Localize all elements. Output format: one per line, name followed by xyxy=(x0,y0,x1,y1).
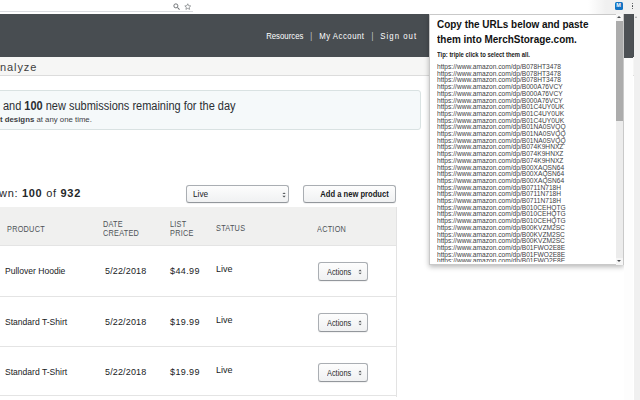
triangle-up xyxy=(359,320,362,322)
page-scroll-up-icon xyxy=(635,16,637,18)
dot xyxy=(632,8,634,10)
status-filter-select[interactable]: Live xyxy=(186,185,289,203)
notice-text-fragment: and xyxy=(3,99,24,113)
select-arrows-icon xyxy=(282,192,286,197)
cell-product: Standard T-Shirt xyxy=(5,317,67,327)
actions-label: Actions xyxy=(327,267,351,277)
popup-scrollbar-thumb[interactable] xyxy=(616,21,623,121)
window-scrollbar-track[interactable] xyxy=(624,13,633,400)
cell-price: $44.99 xyxy=(170,266,200,276)
notice-text-fragment: new submissions remaining for the day xyxy=(43,99,236,113)
triangle-up xyxy=(617,16,621,18)
bookmark-star-icon[interactable] xyxy=(184,3,192,11)
shown-count-value: 100 xyxy=(22,187,42,199)
products-shown-count: wn: 100 of 932 xyxy=(0,187,81,199)
col-product: PRODUCT xyxy=(7,225,45,235)
cell-price: $19.99 xyxy=(170,367,200,377)
triangle-down xyxy=(617,260,621,262)
header-line: CREATED xyxy=(103,228,139,238)
cell-status: Live xyxy=(216,264,233,274)
nav-link-my-account[interactable]: My Account xyxy=(319,30,364,41)
extension-popup: Copy the URLs below and paste them into … xyxy=(429,14,624,265)
sub-nav-item-analyze[interactable]: nalyze xyxy=(0,61,37,73)
col-action: ACTION xyxy=(317,225,346,235)
nav-separator: | xyxy=(371,31,373,41)
actions-arrows-icon xyxy=(359,370,363,374)
triangle-down xyxy=(359,272,362,274)
extension-icon[interactable]: M xyxy=(615,2,623,10)
add-product-button[interactable]: Add a new product xyxy=(303,185,396,203)
shown-of: of xyxy=(42,187,60,199)
header-line: LIST xyxy=(170,219,186,229)
omnibox-edge xyxy=(0,11,193,12)
notice-text-fragment: at any one time. xyxy=(34,115,92,124)
notice-bold-count: 100 xyxy=(24,99,42,113)
cell-product: Standard T-Shirt xyxy=(5,367,67,377)
cell-date: 5/22/2018 xyxy=(105,266,146,276)
table-row: Standard T-Shirt 5/22/2018 $19.99 Live A… xyxy=(0,296,396,346)
url-list[interactable]: https://www.amazon.com/dp/B078HT3478http… xyxy=(437,64,622,262)
triangle-down xyxy=(282,195,285,197)
add-product-label: Add a new product xyxy=(318,188,391,199)
cell-product: Pullover Hoodie xyxy=(5,266,65,276)
triangle-up xyxy=(282,192,285,194)
actions-label: Actions xyxy=(327,318,351,328)
cell-status: Live xyxy=(216,315,233,325)
notice-line1: and 100 new submissions remaining for th… xyxy=(3,99,236,113)
cell-date: 5/22/2018 xyxy=(105,367,146,377)
cell-price: $19.99 xyxy=(170,317,200,327)
nav-link-sign-out[interactable]: Sign out xyxy=(380,30,417,41)
actions-button[interactable]: Actions xyxy=(318,363,368,382)
dot xyxy=(632,3,634,5)
notice-line2: t designs at any one time. xyxy=(0,115,92,124)
table-row: Standard T-Shirt 5/22/2018 $19.99 Live A… xyxy=(0,346,396,396)
shown-total-value: 932 xyxy=(61,187,81,199)
triangle-up xyxy=(359,269,362,271)
col-list-price: LISTPRICE xyxy=(170,220,194,239)
col-status: STATUS xyxy=(216,224,245,234)
actions-button[interactable]: Actions xyxy=(318,313,368,332)
browser-toolbar: M xyxy=(0,0,640,14)
scroll-up-icon[interactable] xyxy=(616,14,623,21)
notice-bold-fragment: t designs xyxy=(0,115,34,124)
header-line: DATE xyxy=(103,219,123,229)
actions-arrows-icon xyxy=(359,269,363,273)
products-table: PRODUCT DATECREATED LISTPRICE STATUS ACT… xyxy=(0,207,397,397)
table-row: Pullover Hoodie 5/22/2018 $44.99 Live Ac… xyxy=(0,245,396,295)
popup-tip: Tip: triple click to select them all. xyxy=(437,51,530,58)
actions-button[interactable]: Actions xyxy=(318,262,368,281)
col-date-created: DATECREATED xyxy=(103,220,139,239)
actions-arrows-icon xyxy=(359,320,363,324)
table-header: PRODUCT DATECREATED LISTPRICE STATUS ACT… xyxy=(0,207,396,245)
nav-separator: | xyxy=(310,31,312,41)
scroll-down-icon[interactable] xyxy=(616,258,623,265)
nav-link-resources[interactable]: Resources xyxy=(266,30,303,41)
triangle-down xyxy=(359,373,362,375)
url-line[interactable]: https://www.amazon.com/dp/B01FWO2E8E xyxy=(437,258,622,261)
browser-menu-icon[interactable] xyxy=(632,3,634,11)
actions-label: Actions xyxy=(327,368,351,378)
shown-prefix: wn: xyxy=(0,187,22,199)
cell-date: 5/22/2018 xyxy=(105,317,146,327)
popup-title: Copy the URLs below and paste them into … xyxy=(437,17,601,47)
popup-scrollbar[interactable] xyxy=(616,14,623,265)
cell-status: Live xyxy=(216,365,233,375)
triangle-up xyxy=(359,370,362,372)
submissions-notice: and 100 new submissions remaining for th… xyxy=(0,90,421,130)
status-filter-value: Live xyxy=(193,189,208,199)
page-scrollbar[interactable] xyxy=(634,13,640,400)
dot xyxy=(632,5,634,7)
header-line: PRICE xyxy=(170,228,194,238)
zoom-icon[interactable] xyxy=(173,3,181,11)
header-links: Resources | My Account | Sign out xyxy=(266,14,417,57)
triangle-down xyxy=(359,323,362,325)
window-scrollbar-thumb[interactable] xyxy=(624,13,633,58)
